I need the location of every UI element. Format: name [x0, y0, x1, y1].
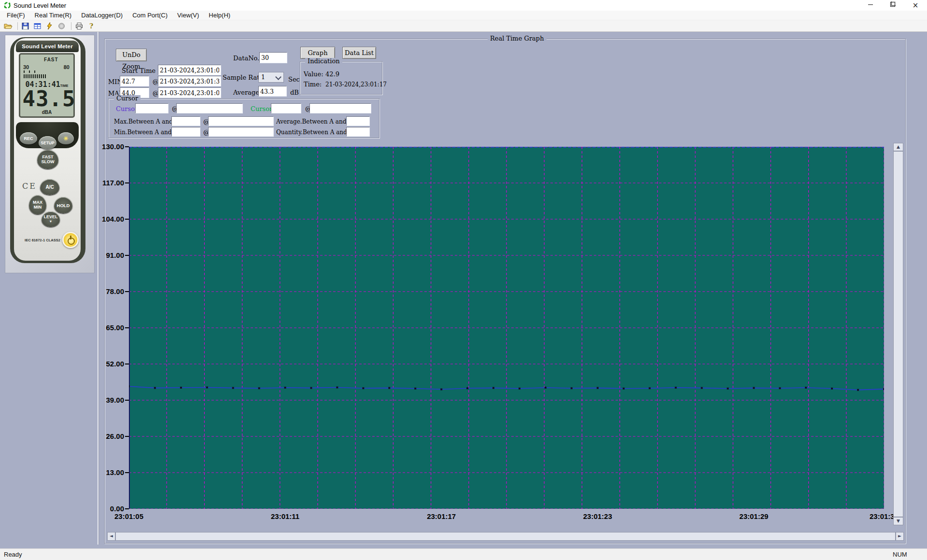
save-icon[interactable] [20, 21, 31, 30]
chevron-down-icon [275, 74, 281, 80]
svg-text:?: ? [89, 22, 93, 30]
status-num: NUM [893, 551, 907, 558]
sample-rate-label: Sample Rate [223, 74, 263, 81]
toolbar-separator [17, 22, 18, 30]
device-max-min-button: MAXMIN [29, 195, 46, 214]
data-no-field[interactable] [259, 52, 287, 63]
open-icon[interactable] [3, 21, 14, 30]
start-time-field[interactable] [158, 65, 221, 75]
scroll-right-button[interactable]: ► [896, 532, 904, 541]
close-button[interactable]: × [904, 0, 927, 11]
x-axis-label: 23:01:05 [110, 512, 148, 520]
device-power-button [62, 232, 79, 248]
min-value-field[interactable] [120, 76, 149, 86]
device-setup-button: SETUP [39, 136, 56, 149]
cursor-b-time-field[interactable] [309, 103, 371, 113]
indication-group [300, 61, 382, 95]
y-axis-tick [125, 182, 129, 183]
lcd-range-high: 80 [64, 64, 70, 70]
sample-rate-combo[interactable]: 1 [258, 72, 284, 83]
y-axis-label: 117.00 [95, 179, 124, 187]
quantity-between-field[interactable] [346, 127, 370, 137]
min-between-time-field[interactable] [208, 127, 274, 137]
lcd-unit: dBA [42, 110, 52, 115]
connect-icon[interactable] [44, 21, 55, 30]
chart-plot[interactable] [129, 147, 884, 509]
y-axis-label: 104.00 [95, 215, 124, 223]
data-list-icon[interactable] [32, 21, 43, 30]
average-between-field[interactable] [346, 116, 370, 126]
scroll-down-button[interactable]: ▼ [893, 517, 903, 525]
menu-datalogger[interactable]: DataLogger(D) [76, 11, 127, 20]
maximize-button[interactable] [882, 0, 904, 11]
y-axis-tick [125, 364, 129, 364]
cursor-b-value-field[interactable] [271, 103, 301, 113]
max-time-field[interactable] [158, 87, 221, 98]
y-axis-tick [125, 291, 129, 292]
print-icon[interactable] [74, 21, 84, 30]
menu-real-time[interactable]: Real Time(R) [30, 11, 77, 20]
sample-rate-unit: Sec [288, 76, 300, 83]
menu-file[interactable]: File(F) [2, 11, 30, 20]
indication-value-label: Value: [304, 70, 323, 78]
device-header-label: Sound Level Meter [16, 41, 79, 52]
max-between-value-field[interactable] [171, 116, 200, 126]
x-axis-label: 23:01:29 [734, 512, 773, 520]
undo-zoom-button[interactable]: UnDo Zoom [116, 49, 147, 61]
start-time-label: Start Time [122, 67, 155, 74]
y-axis-label: 65.00 [95, 323, 124, 332]
lcd-bargraph [24, 74, 46, 78]
indication-time: 21-03-2024,23:01:17 [325, 81, 387, 88]
x-axis-label: 23:01:11 [266, 512, 305, 520]
y-axis-tick [125, 508, 129, 509]
device-hold-button: HOLD [54, 197, 72, 213]
average-label: Average [233, 89, 259, 96]
max-between-time-field[interactable] [208, 116, 274, 126]
average-unit: dB [290, 89, 299, 96]
menu-bar: File(F) Real Time(R) DataLogger(D) Com P… [0, 11, 927, 20]
y-axis-tick [125, 436, 129, 437]
help-icon[interactable]: ? [86, 21, 97, 30]
cursor-a-value-field[interactable] [135, 103, 169, 113]
y-axis-tick [125, 327, 129, 328]
horizontal-scroll-thumb[interactable] [115, 532, 896, 541]
y-axis-label: 130.00 [95, 142, 124, 151]
min-between-value-field[interactable] [171, 127, 200, 137]
ce-mark: CE [22, 182, 37, 191]
toolbar: ? [0, 20, 927, 32]
status-bar: Ready NUM [0, 548, 927, 560]
average-field[interactable] [258, 86, 287, 97]
chart-svg [129, 147, 884, 509]
menu-com-port[interactable]: Com Port(C) [127, 11, 172, 20]
device-rec-button: REC [20, 132, 37, 144]
status-ready: Ready [4, 551, 22, 558]
data-list-button[interactable]: Data List [342, 47, 376, 59]
x-axis-label: 23:01:17 [422, 512, 461, 520]
minimize-button[interactable] [859, 0, 882, 11]
app-icon [3, 1, 11, 9]
x-axis-label: 23:01:23 [578, 512, 617, 520]
y-axis-tick [125, 472, 129, 473]
disconnect-icon[interactable] [56, 21, 67, 30]
cursor-a-time-field[interactable] [176, 103, 243, 113]
lcd-scale-ticks [24, 70, 38, 73]
scroll-up-button[interactable]: ▲ [893, 143, 903, 151]
min-time-field[interactable] [158, 76, 221, 86]
y-axis-label: 39.00 [95, 396, 124, 404]
window-title: Sound Level Meter [14, 2, 66, 9]
y-axis-label: 26.00 [95, 432, 124, 440]
average-between-label: Average.Between A and B [276, 118, 352, 125]
y-axis-tick [125, 255, 129, 256]
vertical-scroll-thumb[interactable] [893, 151, 903, 517]
device-backlight-button: ☀ [58, 132, 74, 144]
menu-help[interactable]: Help(H) [204, 11, 235, 20]
scroll-left-button[interactable]: ◄ [107, 532, 115, 541]
toolbar-separator [71, 22, 71, 30]
app-window: Sound Level Meter × File(F) Real Time(R)… [0, 0, 927, 560]
device-ac-button: A/C [40, 179, 59, 195]
y-axis-label: 13.00 [95, 468, 124, 476]
cursor-title: Cursor [114, 95, 140, 102]
title-bar: Sound Level Meter × [0, 0, 927, 11]
lcd-mode: FAST [44, 57, 58, 62]
menu-view[interactable]: View(V) [172, 11, 204, 20]
